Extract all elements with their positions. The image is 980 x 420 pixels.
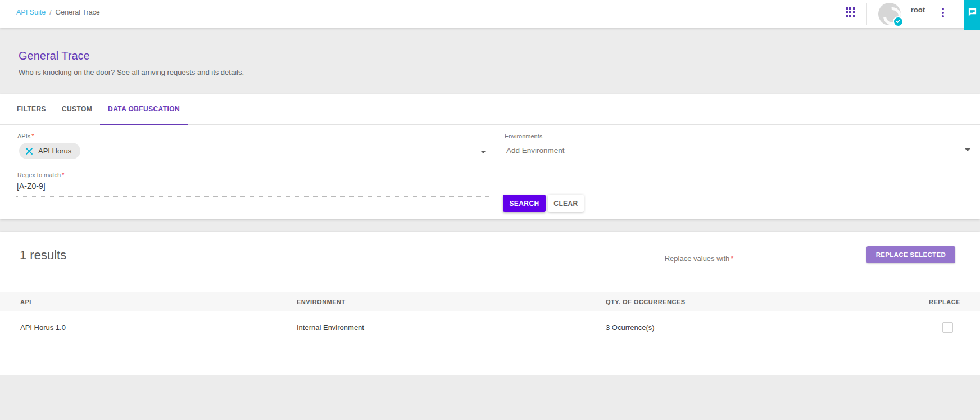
results-card: 1 results Replace values with* REPLACE S… [0,232,980,375]
column-header-occurrences: QTY. OF OCCURRENCES [606,299,915,305]
tab-filters[interactable]: FILTERS [9,94,54,125]
column-header-environment: ENVIRONMENT [297,299,606,305]
shield-check-icon [893,16,904,27]
api-horus-chip[interactable]: API Horus [19,143,80,159]
regex-field: Regex to match* [16,171,489,213]
caret-down-icon[interactable] [965,148,970,151]
topbar-actions: root [846,3,946,25]
replace-selected-button[interactable]: REPLACE SELECTED [866,246,955,263]
regex-input[interactable] [16,178,489,196]
tab-custom[interactable]: CUSTOM [54,94,100,125]
column-header-api: API [20,299,297,305]
table-row: API Horus 1.0 Internal Environment 3 Ocu… [0,311,980,343]
required-asterisk: * [62,171,64,178]
replace-checkbox[interactable] [942,322,953,333]
cell-environment: Internal Environment [297,323,606,332]
apis-select[interactable]: API Horus [16,139,489,164]
topbar-divider [866,3,867,25]
page-title: General Trace [19,49,980,62]
cell-occurrences: 3 Ocurrence(s) [606,323,915,332]
breadcrumb-current: General Trace [56,8,100,16]
results-count: 1 results [20,248,66,263]
user-avatar[interactable] [878,3,901,25]
section-gap [0,219,980,232]
cell-api: API Horus 1.0 [20,323,297,332]
page-background [0,375,980,420]
chip-label: API Horus [38,147,71,155]
environments-select[interactable]: Add Environment [503,139,973,160]
environments-placeholder: Add Environment [506,146,565,155]
environments-field: Environments Add Environment [503,133,973,164]
apis-label: APIs* [16,133,489,139]
feedback-tab[interactable] [964,0,980,30]
top-bar: API Suite / General Trace root [0,0,980,28]
replace-values-input[interactable]: Replace values with* [664,246,858,269]
regex-control [16,178,489,197]
apis-field: APIs* API Horus [16,133,489,164]
obfuscation-form: APIs* API Horus Environments [0,125,980,213]
filters-card: FILTERS CUSTOM DATA OBFUSCATION APIs* AP… [0,94,980,219]
tab-bar: FILTERS CUSTOM DATA OBFUSCATION [0,94,980,125]
chat-bubble-icon [968,7,977,17]
required-asterisk: * [731,254,733,263]
kebab-menu-icon[interactable] [940,6,946,20]
tab-data-obfuscation[interactable]: DATA OBFUSCATION [100,94,188,125]
apps-grid-icon[interactable] [846,7,855,17]
results-header: 1 results Replace values with* REPLACE S… [0,232,980,269]
breadcrumb: API Suite / General Trace [0,8,100,16]
required-asterisk: * [31,133,34,139]
regex-label: Regex to match* [16,171,489,178]
page-header: General Trace Who is knocking on the doo… [0,28,980,94]
search-button[interactable]: SEARCH [503,195,546,212]
page: API Suite / General Trace root [0,0,980,420]
page-subtitle: Who is knocking on the door? See all arr… [19,68,980,76]
x-icon[interactable] [25,147,33,155]
caret-down-icon[interactable] [480,151,486,153]
environments-label: Environments [503,133,973,139]
clear-button[interactable]: CLEAR [548,195,584,212]
replace-values-placeholder: Replace values with* [665,254,734,263]
breadcrumb-link-api-suite[interactable]: API Suite [16,8,46,16]
form-actions: SEARCH CLEAR [503,171,973,213]
user-name[interactable]: root [911,6,925,14]
breadcrumb-separator: / [49,8,51,16]
results-table: API ENVIRONMENT QTY. OF OCCURRENCES REPL… [0,292,980,343]
column-header-replace: REPLACE [929,299,960,305]
table-header-row: API ENVIRONMENT QTY. OF OCCURRENCES REPL… [0,292,980,311]
